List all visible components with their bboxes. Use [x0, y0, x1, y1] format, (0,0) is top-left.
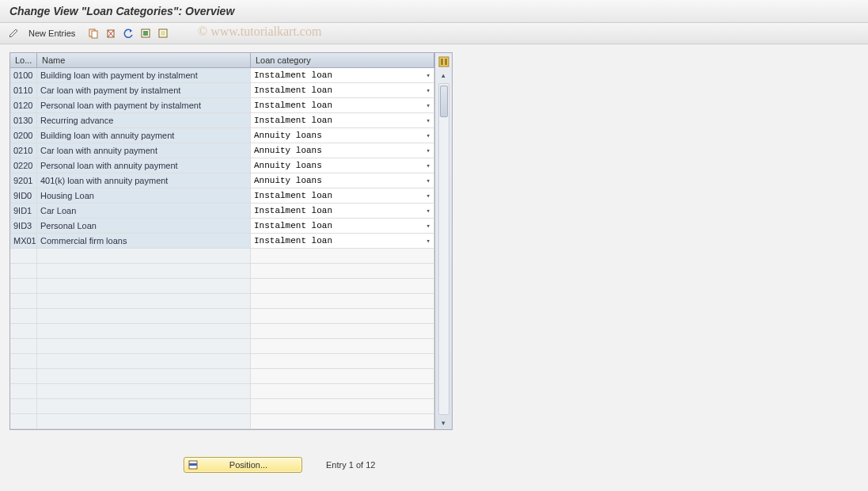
cell-category-dropdown[interactable]	[251, 264, 434, 278]
cell-lo[interactable]: 0210	[10, 143, 37, 158]
cell-category-dropdown[interactable]	[251, 414, 434, 428]
cell-lo[interactable]	[10, 264, 37, 278]
cell-name[interactable]	[37, 354, 251, 368]
cell-category-dropdown[interactable]: Annuity loans	[251, 173, 434, 188]
cell-lo[interactable]: 9ID1	[10, 204, 37, 218]
cell-lo[interactable]: 0110	[10, 83, 37, 97]
cell-lo[interactable]	[10, 279, 37, 293]
cell-lo[interactable]	[10, 294, 37, 308]
undo-icon[interactable]	[121, 26, 135, 40]
scroll-up-icon[interactable]: ▴	[438, 69, 450, 82]
cell-name[interactable]: Car loan with payment by instalment	[37, 83, 251, 97]
cell-category-dropdown[interactable]: Instalment loan	[251, 234, 434, 248]
cell-lo[interactable]: 9ID0	[10, 188, 37, 203]
cell-lo[interactable]	[10, 369, 37, 383]
cell-category-dropdown[interactable]: Instalment loan	[251, 113, 434, 128]
cell-name[interactable]	[37, 249, 251, 263]
table-row[interactable]: 9ID3Personal LoanInstalment loan	[10, 219, 434, 234]
cell-name[interactable]: Housing Loan	[37, 188, 251, 203]
table-row-empty[interactable]	[10, 414, 434, 429]
cell-name[interactable]: Recurring advance	[37, 113, 251, 128]
cell-lo[interactable]	[10, 354, 37, 368]
cell-category-dropdown[interactable]: Instalment loan	[251, 219, 434, 233]
cell-category-dropdown[interactable]	[251, 369, 434, 383]
cell-lo[interactable]	[10, 414, 37, 428]
table-row-empty[interactable]	[10, 324, 434, 339]
cell-name[interactable]: Personal Loan	[37, 219, 251, 233]
scroll-down-icon[interactable]: ▾	[438, 417, 450, 429]
cell-name[interactable]	[37, 384, 251, 398]
cell-category-dropdown[interactable]	[251, 354, 434, 368]
cell-lo[interactable]: 0220	[10, 158, 37, 173]
table-row-empty[interactable]	[10, 384, 434, 399]
table-row[interactable]: 0200Building loan with annuity paymentAn…	[10, 128, 434, 143]
table-row[interactable]: 0220Personal loan with annuity paymentAn…	[10, 158, 434, 173]
cell-category-dropdown[interactable]	[251, 294, 434, 308]
new-entries-button[interactable]: New Entries	[24, 27, 80, 40]
cell-lo[interactable]: 0130	[10, 113, 37, 128]
deselect-all-icon[interactable]	[156, 26, 170, 40]
cell-category-dropdown[interactable]: Annuity loans	[251, 158, 434, 173]
cell-category-dropdown[interactable]	[251, 249, 434, 263]
cell-name[interactable]	[37, 369, 251, 383]
cell-category-dropdown[interactable]: Annuity loans	[251, 143, 434, 158]
table-row[interactable]: 0120Personal loan with payment by instal…	[10, 98, 434, 113]
table-row-empty[interactable]	[10, 249, 434, 264]
cell-name[interactable]: Personal loan with payment by instalment	[37, 98, 251, 112]
cell-category-dropdown[interactable]	[251, 279, 434, 293]
cell-name[interactable]: Commercial firm loans	[37, 234, 251, 248]
table-row-empty[interactable]	[10, 309, 434, 324]
cell-lo[interactable]	[10, 324, 37, 338]
cell-category-dropdown[interactable]: Instalment loan	[251, 68, 434, 82]
col-header-lo[interactable]: Lo...	[10, 53, 37, 67]
table-row-empty[interactable]	[10, 369, 434, 384]
select-all-icon[interactable]	[138, 26, 153, 40]
table-settings-icon[interactable]	[437, 55, 451, 69]
table-row-empty[interactable]	[10, 354, 434, 369]
cell-category-dropdown[interactable]: Instalment loan	[251, 83, 434, 97]
cell-lo[interactable]: 0120	[10, 98, 37, 112]
toggle-edit-icon[interactable]	[6, 26, 21, 40]
table-row-empty[interactable]	[10, 279, 434, 294]
cell-name[interactable]	[37, 309, 251, 323]
cell-name[interactable]: Building loan with payment by instalment	[37, 68, 251, 82]
cell-name[interactable]: Car Loan	[37, 204, 251, 218]
cell-category-dropdown[interactable]	[251, 399, 434, 413]
table-row[interactable]: 9ID1Car LoanInstalment loan	[10, 204, 434, 219]
cell-name[interactable]	[37, 294, 251, 308]
cell-lo[interactable]: 9201	[10, 173, 37, 188]
cell-lo[interactable]	[10, 384, 37, 398]
cell-name[interactable]	[37, 279, 251, 293]
cell-category-dropdown[interactable]: Instalment loan	[251, 204, 434, 218]
cell-category-dropdown[interactable]	[251, 309, 434, 323]
cell-lo[interactable]	[10, 309, 37, 323]
table-row[interactable]: 9201401(k) loan with annuity paymentAnnu…	[10, 173, 434, 188]
table-row[interactable]: MX01Commercial firm loansInstalment loan	[10, 234, 434, 249]
table-row[interactable]: 0210Car loan with annuity paymentAnnuity…	[10, 143, 434, 158]
scroll-thumb[interactable]	[440, 86, 448, 117]
cell-name[interactable]	[37, 414, 251, 428]
cell-category-dropdown[interactable]: Annuity loans	[251, 128, 434, 143]
table-row[interactable]: 0100Building loan with payment by instal…	[10, 68, 434, 83]
col-header-category[interactable]: Loan category	[251, 53, 434, 67]
cell-lo[interactable]: 0200	[10, 128, 37, 143]
col-header-name[interactable]: Name	[37, 53, 251, 67]
cell-category-dropdown[interactable]: Instalment loan	[251, 98, 434, 112]
cell-category-dropdown[interactable]	[251, 324, 434, 338]
scroll-track[interactable]	[438, 83, 449, 415]
cell-name[interactable]	[37, 399, 251, 413]
table-row[interactable]: 9ID0Housing LoanInstalment loan	[10, 188, 434, 204]
cell-lo[interactable]: 9ID3	[10, 219, 37, 233]
cell-name[interactable]: 401(k) loan with annuity payment	[37, 173, 251, 188]
table-row-empty[interactable]	[10, 399, 434, 414]
cell-name[interactable]	[37, 339, 251, 353]
cell-name[interactable]: Personal loan with annuity payment	[37, 158, 251, 173]
table-row-empty[interactable]	[10, 339, 434, 354]
cell-category-dropdown[interactable]	[251, 384, 434, 398]
cell-lo[interactable]	[10, 249, 37, 263]
cell-lo[interactable]: MX01	[10, 234, 37, 248]
table-row[interactable]: 0110Car loan with payment by instalmentI…	[10, 83, 434, 98]
cell-name[interactable]	[37, 324, 251, 338]
position-button[interactable]: Position...	[184, 457, 302, 473]
table-row-empty[interactable]	[10, 264, 434, 279]
